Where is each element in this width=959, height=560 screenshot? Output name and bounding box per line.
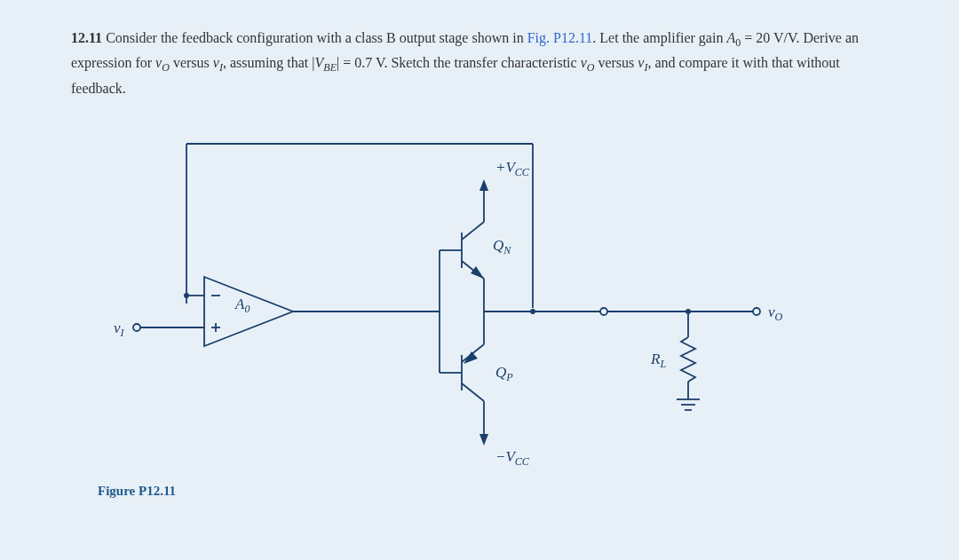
circuit-diagram: A0 vI +VCC QN bbox=[98, 117, 790, 499]
circuit-svg: A0 vI +VCC QN bbox=[98, 117, 790, 499]
svg-point-32 bbox=[753, 308, 760, 315]
end1: versus bbox=[594, 55, 638, 70]
svg-point-31 bbox=[600, 308, 607, 315]
vi-sym: v bbox=[213, 55, 219, 70]
amp-gain-label: A0 bbox=[234, 296, 250, 315]
vcc-pos-label: +VCC bbox=[495, 159, 530, 178]
vbe-sym: V bbox=[315, 55, 324, 70]
svg-point-8 bbox=[184, 293, 189, 298]
figure-link: Fig. P12.11 bbox=[527, 30, 593, 45]
svg-line-26 bbox=[462, 383, 484, 401]
problem-statement: 12.11 Consider the feedback configuratio… bbox=[71, 27, 888, 99]
vcc-neg-label: −VCC bbox=[495, 448, 530, 468]
vbe-val: | = 0.7 V. Sketch the transfer character… bbox=[337, 55, 581, 70]
figure-caption: Figure P12.11 bbox=[98, 484, 176, 499]
svg-marker-24 bbox=[464, 351, 478, 364]
problem-number: 12.11 bbox=[71, 30, 102, 45]
vo-sym2: v bbox=[581, 55, 587, 70]
svg-line-15 bbox=[462, 222, 484, 240]
svg-marker-28 bbox=[480, 434, 488, 446]
svg-point-10 bbox=[133, 324, 140, 331]
vbe-sub: BE bbox=[323, 62, 337, 75]
svg-marker-20 bbox=[480, 179, 488, 191]
mid2: , assuming that | bbox=[223, 55, 315, 70]
mid1: versus bbox=[170, 55, 213, 70]
svg-marker-18 bbox=[471, 266, 484, 279]
qn-label: QN bbox=[493, 237, 511, 256]
text-intro: Consider the feedback configuration with… bbox=[106, 30, 527, 45]
svg-point-30 bbox=[530, 309, 535, 314]
vi-label: vI bbox=[114, 319, 125, 339]
text-after-fig: . Let the amplifier gain bbox=[592, 30, 726, 45]
vo-label: vO bbox=[768, 304, 783, 323]
qp-label: QP bbox=[495, 364, 513, 383]
rl-label: RL bbox=[650, 351, 666, 370]
a0-sym: A bbox=[726, 30, 735, 45]
vo-sub: O bbox=[162, 62, 170, 75]
